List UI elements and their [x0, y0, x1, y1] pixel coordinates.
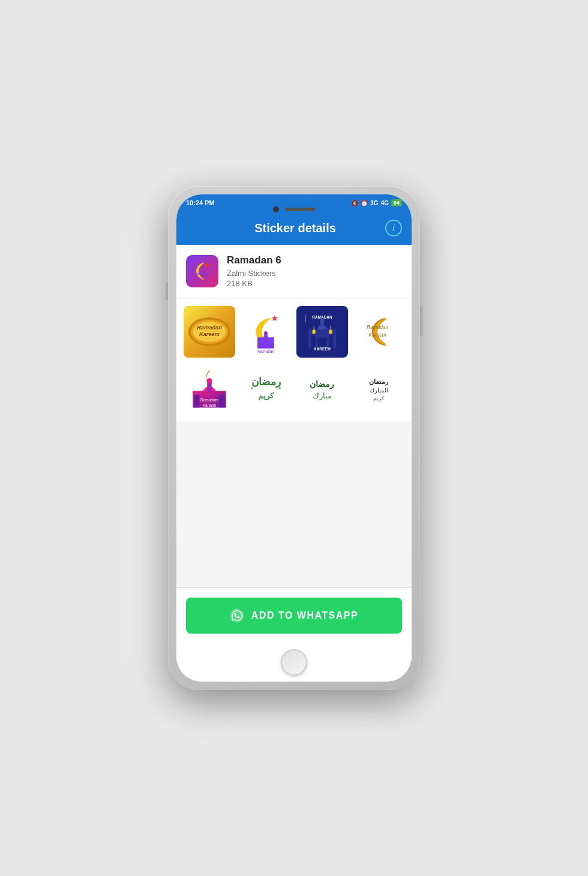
status-time: 10:24 PM	[186, 199, 215, 206]
svg-point-25	[329, 329, 332, 334]
phone-screen: 10:24 PM 🔇 ⏰ 3G 4G 94 Sticker details i	[176, 194, 412, 682]
whatsapp-icon	[230, 608, 244, 623]
sticker-8: رمضان المبارك كريم	[353, 362, 404, 414]
svg-text:كريم: كريم	[373, 395, 385, 402]
svg-text:رمضان: رمضان	[369, 378, 389, 386]
svg-text:Kareem: Kareem	[199, 331, 220, 337]
svg-point-40	[278, 387, 281, 389]
svg-text:Ramadam: Ramadam	[200, 398, 218, 402]
svg-point-32	[206, 378, 212, 383]
content-area: Ramadan Kareem Ramadan 6 Zalmi Stickers …	[176, 245, 412, 643]
svg-text:المبارك: المبارك	[370, 387, 388, 394]
volume-button	[166, 282, 168, 300]
phone-frame: 10:24 PM 🔇 ⏰ 3G 4G 94 Sticker details i	[168, 186, 420, 690]
status-icons: 🔇 ⏰ 3G 4G 94	[351, 199, 402, 206]
svg-text:KAREEM: KAREEM	[314, 347, 331, 351]
front-camera	[273, 206, 279, 212]
sticker-3: RAMADAN KAREEM	[296, 306, 348, 358]
sticker-2: Ramadan Kareem	[240, 306, 292, 358]
svg-text:Kareem: Kareem	[203, 403, 217, 407]
svg-marker-9	[272, 315, 278, 321]
svg-text:Ramadan: Ramadan	[257, 349, 274, 353]
sticker-6: رمضان كريم	[240, 362, 292, 414]
pack-details: Ramadan 6 Zalmi Stickers 218 KB	[227, 254, 402, 288]
pack-size: 218 KB	[227, 279, 402, 288]
svg-text:رمضان: رمضان	[251, 376, 281, 388]
svg-text:رمضان: رمضان	[310, 379, 335, 389]
svg-text:مبارك: مبارك	[313, 391, 332, 401]
page-title: Sticker details	[205, 221, 385, 235]
signal-4g: 4G	[381, 200, 389, 206]
svg-rect-10	[257, 337, 274, 349]
add-to-whatsapp-button[interactable]: ADD TO WHATSAPP	[186, 598, 402, 634]
pack-icon: Ramadan Kareem	[186, 255, 218, 287]
svg-point-18	[320, 319, 324, 323]
svg-point-39	[251, 387, 253, 389]
battery-indicator: 94	[391, 199, 402, 206]
sticker-4: Ramadan Kareem	[353, 306, 404, 358]
svg-text:Ramadan: Ramadan	[367, 324, 388, 330]
info-icon-button[interactable]: i	[385, 220, 402, 236]
alarm-icon: ⏰	[361, 200, 368, 206]
svg-marker-1	[204, 262, 211, 268]
silent-icon: 🔇	[351, 200, 358, 206]
power-button	[420, 306, 422, 336]
svg-point-0	[188, 257, 217, 286]
home-button-area	[176, 643, 412, 682]
sticker-1: Ramadan Kareem	[184, 306, 235, 358]
sticker-5: Ramadam Kareem	[184, 362, 235, 414]
app-bar: Sticker details i	[176, 211, 412, 245]
svg-rect-20	[329, 335, 333, 349]
svg-text:Ramadan: Ramadan	[196, 272, 209, 275]
earpiece-speaker	[285, 208, 315, 211]
content-spacer	[176, 421, 412, 587]
svg-text:Kareem: Kareem	[198, 276, 207, 279]
svg-text:RAMADAN: RAMADAN	[312, 315, 332, 319]
svg-text:Kareem: Kareem	[369, 332, 386, 338]
signal-3g: 3G	[370, 200, 378, 206]
svg-rect-33	[194, 395, 199, 407]
pack-info-section: Ramadan Kareem Ramadan 6 Zalmi Stickers …	[176, 245, 412, 298]
svg-text:Ramadan: Ramadan	[197, 325, 222, 331]
svg-point-12	[264, 331, 268, 335]
add-to-whatsapp-label: ADD TO WHATSAPP	[251, 610, 358, 621]
svg-rect-19	[311, 335, 316, 349]
sticker-7: رمضان مبارك	[296, 362, 348, 414]
pack-name: Ramadan 6	[227, 254, 402, 266]
svg-text:كريم: كريم	[258, 391, 274, 401]
home-button[interactable]	[281, 649, 307, 676]
phone-top-hardware	[273, 194, 315, 212]
sticker-grid: Ramadan Kareem	[176, 299, 412, 421]
button-container: ADD TO WHATSAPP	[176, 587, 412, 643]
svg-point-23	[312, 329, 316, 334]
pack-author: Zalmi Stickers	[227, 269, 402, 278]
svg-rect-34	[220, 395, 225, 407]
